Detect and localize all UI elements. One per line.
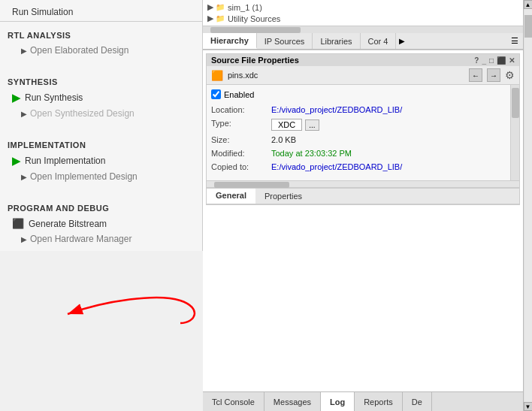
- sfp-forward-btn[interactable]: →: [487, 68, 500, 82]
- open-implemented-arrow: ▶: [21, 173, 27, 181]
- run-implementation-item[interactable]: ▶ Run Implementation: [0, 153, 202, 169]
- tab-hierarchy[interactable]: Hierarchy: [203, 33, 257, 49]
- run-implementation-icon: ▶: [12, 155, 20, 167]
- sfp-settings-btn[interactable]: ⚙: [505, 69, 515, 81]
- sources-tabs: Hierarchy IP Sources Libraries Cor 4 ▶ ☰: [203, 33, 523, 50]
- sfp-back-btn[interactable]: ←: [469, 68, 482, 82]
- sfp-bottom-tabs: General Properties: [207, 188, 519, 204]
- sfp-title: Source File Properties: [211, 56, 299, 65]
- generate-bitstream-label: Generate Bitstream: [29, 219, 107, 229]
- sources-horizontal-scrollbar[interactable]: [203, 26, 523, 33]
- scroll-up-btn[interactable]: ▲: [524, 0, 533, 9]
- run-synthesis-item[interactable]: ▶ Run Synthesis: [0, 89, 202, 106]
- open-elaborated-arrow: ▶: [21, 47, 27, 55]
- tab-tcl-console[interactable]: Tcl Console: [203, 392, 264, 411]
- tab-cor4[interactable]: Cor 4: [361, 33, 397, 49]
- type-value-row: XDC ...: [271, 119, 319, 131]
- tab-menu-icon[interactable]: ☰: [506, 35, 523, 47]
- utility-sources-label: Utility Sources: [228, 14, 280, 23]
- tab-messages[interactable]: Messages: [264, 392, 321, 411]
- tab-de[interactable]: De: [403, 392, 432, 411]
- implementation-header: IMPLEMENTATION: [0, 133, 202, 153]
- run-simulation-item[interactable]: Run Simulation: [0, 5, 202, 20]
- right-edge-scrollbar[interactable]: ▲ ▼: [523, 0, 532, 411]
- sfp-filename: pins.xdc: [228, 71, 464, 80]
- console-tabs-bar: Tcl Console Messages Log Reports De: [203, 391, 523, 411]
- location-value: E:/vivado_project/ZEDBOARD_LIB/: [271, 105, 506, 114]
- sfp-main-content: Enabled Location: E:/vivado_project/ZEDB…: [207, 85, 510, 180]
- sfp-titlebar-icons: ? _ □ ⬛ ✕: [474, 56, 515, 65]
- size-row: Size: 2.0 KB: [211, 135, 506, 144]
- open-elaborated-item[interactable]: ▶ Open Elaborated Design: [0, 43, 202, 58]
- tab-log[interactable]: Log: [321, 392, 355, 411]
- sfp-scrollbar-thumb: [512, 88, 519, 118]
- sfp-minimize-icon[interactable]: _: [482, 56, 486, 65]
- size-value: 2.0 KB: [271, 135, 506, 144]
- sim1-label: sim_1 (1): [228, 3, 262, 12]
- sfp-external-icon[interactable]: ⬛: [497, 56, 506, 65]
- open-hardware-arrow: ▶: [21, 235, 27, 243]
- open-synthesized-item[interactable]: ▶ Open Synthesized Design: [0, 106, 202, 121]
- utility-folder-icon: 📁: [216, 14, 225, 23]
- sim1-triangle: ▶: [207, 2, 213, 12]
- source-file-properties-panel: Source File Properties ? _ □ ⬛ ✕ 🟧 pins.…: [206, 53, 520, 205]
- sim1-tree-item[interactable]: ▶ 📁 sim_1 (1): [207, 2, 518, 13]
- sfp-close-icon[interactable]: ✕: [509, 56, 515, 65]
- xdc-file-icon: 🟧: [211, 70, 223, 81]
- program-debug-header: PROGRAM AND DEBUG: [0, 196, 202, 216]
- scroll-thumb: [524, 15, 532, 38]
- location-label: Location:: [211, 105, 271, 114]
- type-value: XDC: [271, 119, 302, 131]
- copied-to-label: Copied to:: [211, 162, 271, 171]
- open-hardware-item[interactable]: ▶ Open Hardware Manager: [0, 231, 202, 246]
- sfp-restore-icon[interactable]: □: [489, 56, 494, 65]
- synthesis-header: SYNTHESIS: [0, 70, 202, 89]
- size-label: Size:: [211, 135, 271, 144]
- tab-more-btn[interactable]: ▶: [396, 35, 408, 47]
- scroll-track[interactable]: [524, 9, 532, 402]
- open-hardware-label: Open Hardware Manager: [30, 234, 131, 244]
- tab-properties[interactable]: Properties: [255, 189, 311, 204]
- copied-to-row: Copied to: E:/vivado_project/ZEDBOARD_LI…: [211, 162, 506, 171]
- sfp-horizontal-scrollbar[interactable]: [207, 180, 519, 188]
- modified-value: Today at 23:03:32 PM: [271, 149, 506, 158]
- enabled-label: Enabled: [224, 90, 254, 99]
- tab-ip-sources[interactable]: IP Sources: [257, 33, 313, 49]
- sources-scrollbar-thumb: [210, 27, 301, 33]
- sfp-toolbar: 🟧 pins.xdc ← → ⚙: [207, 66, 519, 85]
- generate-bitstream-icon: ⬛: [12, 218, 24, 229]
- modified-label: Modified:: [211, 149, 271, 158]
- sfp-titlebar: Source File Properties ? _ □ ⬛ ✕: [207, 54, 519, 66]
- run-simulation-label: Run Simulation: [12, 7, 73, 17]
- enabled-row: Enabled: [211, 89, 506, 99]
- scroll-down-btn[interactable]: ▼: [524, 402, 533, 411]
- sfp-vertical-scrollbar[interactable]: [510, 85, 519, 180]
- tab-general[interactable]: General: [207, 189, 255, 204]
- copied-to-value: E:/vivado_project/ZEDBOARD_LIB/: [271, 162, 506, 171]
- type-label: Type:: [211, 119, 271, 128]
- open-implemented-label: Open Implemented Design: [30, 171, 138, 182]
- run-synthesis-icon: ▶: [12, 92, 20, 104]
- run-synthesis-label: Run Synthesis: [25, 92, 83, 103]
- tab-libraries[interactable]: Libraries: [313, 33, 360, 49]
- open-elaborated-label: Open Elaborated Design: [30, 45, 128, 56]
- open-synthesized-arrow: ▶: [21, 110, 27, 118]
- sfp-horizontal-thumb: [214, 182, 289, 188]
- modified-row: Modified: Today at 23:03:32 PM: [211, 149, 506, 158]
- location-row: Location: E:/vivado_project/ZEDBOARD_LIB…: [211, 105, 506, 114]
- open-implemented-item[interactable]: ▶ Open Implemented Design: [0, 169, 202, 184]
- type-dots-btn[interactable]: ...: [305, 119, 319, 131]
- utility-triangle: ▶: [207, 14, 213, 23]
- run-implementation-label: Run Implementation: [25, 156, 105, 166]
- sim1-folder-icon: 📁: [216, 3, 225, 11]
- utility-sources-item[interactable]: ▶ 📁 Utility Sources: [207, 13, 518, 24]
- rtl-analysis-header: RTL ANALYSIS: [0, 23, 202, 43]
- type-row: Type: XDC ...: [211, 119, 506, 131]
- sfp-question-icon[interactable]: ?: [474, 56, 479, 65]
- enabled-checkbox[interactable]: [211, 89, 221, 99]
- sfp-content: Enabled Location: E:/vivado_project/ZEDB…: [207, 85, 519, 180]
- tab-reports[interactable]: Reports: [355, 392, 403, 411]
- open-synthesized-label: Open Synthesized Design: [30, 108, 135, 119]
- generate-bitstream-item[interactable]: ⬛ Generate Bitstream: [0, 216, 202, 231]
